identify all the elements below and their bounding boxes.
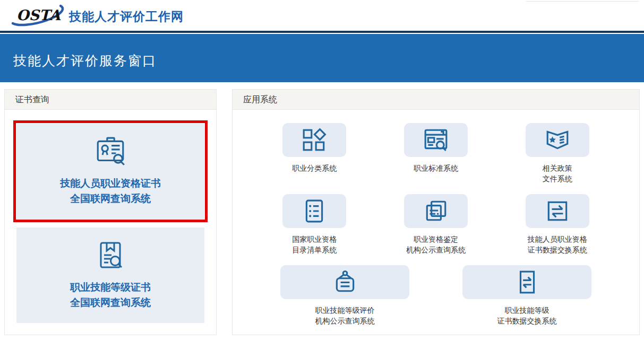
app-label-line1: 职业分类系统 (292, 163, 337, 173)
service-banner: 技能人才评价服务窗口 (0, 34, 644, 82)
data-exchange-icon (545, 199, 570, 223)
id-badge-search-icon (94, 136, 127, 168)
apps-area: 职业分类系统 (233, 110, 639, 326)
app-label-line2: 目录清单系统 (292, 244, 337, 255)
app-label-line1: 职业技能等级评价 (315, 305, 375, 316)
app-related-policy-documents-system[interactable]: 相关政策 文件系统 (496, 123, 618, 184)
app-label-line1: 相关政策 (543, 163, 572, 173)
card-title-line2: 全国联网查询系统 (70, 295, 151, 310)
site-title: 技能人才评价工作网 (69, 8, 184, 25)
browser-search-icon (423, 128, 449, 152)
svg-text:OSTA: OSTA (16, 7, 61, 23)
app-label-line2: 机构公示查询系统 (315, 316, 375, 326)
card-title-line2: 全国联网查询系统 (70, 191, 151, 206)
banner-title: 技能人才评价服务窗口 (0, 34, 644, 69)
app-label-line1: 职业资格鉴定 (406, 234, 466, 244)
app-skill-level-evaluation-institution-query-system[interactable]: 职业技能等级评价 机构公示查询系统 (254, 265, 436, 326)
top-right-divider (526, 1, 639, 2)
app-label-line1: 技能人员职业资格 (528, 234, 587, 244)
certificate-cards: 技能人员职业资格证书 全国联网查询系统 职业技能等级证书 全国联网查询系统 (5, 110, 216, 323)
card-skill-personnel-qualification-query[interactable]: 技能人员职业资格证书 全国联网查询系统 (16, 124, 204, 219)
app-label-line2: 证书数据交换系统 (497, 316, 557, 326)
osta-logo[interactable]: OSTA (7, 2, 65, 29)
grid-icon (302, 128, 327, 152)
certificate-query-header: 证书查询 (5, 90, 216, 110)
certificate-query-panel: 证书查询 技能人员职业资格证书 全国联网查询系统 (4, 89, 217, 335)
application-systems-header: 应用系统 (233, 90, 639, 110)
card-title-line1: 技能人员职业资格证书 (60, 176, 161, 191)
apps-grid: 职业分类系统 (254, 123, 618, 255)
top-header: OSTA 技能人才评价工作网 (0, 0, 644, 31)
app-occupation-standard-system[interactable]: 职业标准系统 (375, 123, 497, 184)
app-label-line2: 证书数据交换系统 (528, 244, 587, 255)
data-exchange-tall-icon (514, 270, 540, 294)
app-label-line2: 机构公示查询系统 (406, 244, 466, 255)
app-label-line1: 国家职业资格 (292, 234, 337, 244)
card-title-line1: 职业技能等级证书 (70, 279, 151, 295)
placard-icon (332, 270, 358, 294)
app-skill-personnel-certificate-data-exchange-system[interactable]: 技能人员职业资格 证书数据交换系统 (496, 194, 618, 255)
stacked-pages-icon (423, 199, 449, 223)
list-icon (302, 199, 327, 223)
app-label-line1: 职业技能等级 (497, 305, 557, 316)
app-label-line1: 职业标准系统 (414, 163, 458, 173)
app-qualification-appraisal-institution-query-system[interactable]: 职业资格鉴定 机构公示查询系统 (375, 194, 497, 255)
app-label-line2: 文件系统 (543, 173, 572, 184)
application-systems-panel: 应用系统 职业分类系统 (232, 89, 640, 335)
banner-top-line (0, 31, 644, 33)
app-skill-level-certificate-data-exchange-system[interactable]: 职业技能等级 证书数据交换系统 (436, 265, 618, 326)
book-star-icon (545, 128, 570, 152)
app-national-qualification-catalog-system[interactable]: 国家职业资格 目录清单系统 (254, 194, 375, 255)
apps-grid-wide-row: 职业技能等级评价 机构公示查询系统 职业技能等级 证书数据交 (254, 265, 618, 326)
app-occupation-classification-system[interactable]: 职业分类系统 (254, 123, 375, 184)
certificate-search-icon (95, 240, 126, 272)
card-skill-level-certificate-query[interactable]: 职业技能等级证书 全国联网查询系统 (16, 228, 204, 323)
main-content: 证书查询 技能人员职业资格证书 全国联网查询系统 (4, 89, 640, 335)
